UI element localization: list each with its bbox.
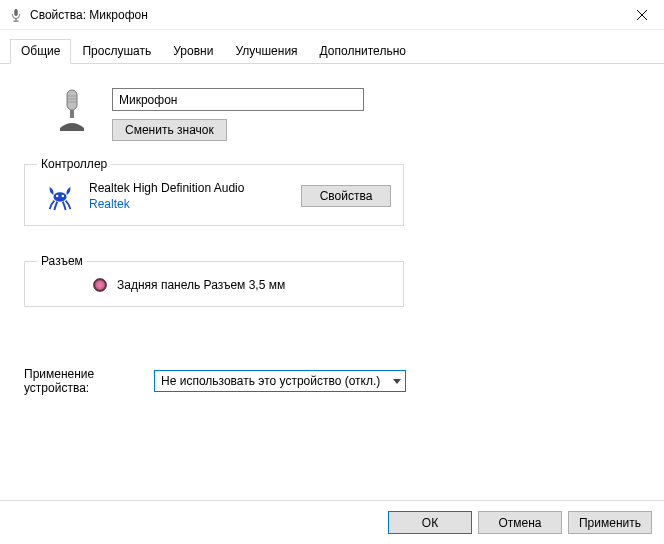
- cancel-button[interactable]: Отмена: [478, 511, 562, 534]
- window-title: Свойства: Микрофон: [30, 8, 148, 22]
- chevron-down-icon: [393, 379, 401, 384]
- close-button[interactable]: [619, 0, 664, 30]
- svg-point-8: [53, 192, 66, 201]
- change-icon-button[interactable]: Сменить значок: [112, 119, 227, 141]
- ok-button[interactable]: ОК: [388, 511, 472, 534]
- svg-rect-3: [67, 90, 77, 110]
- jack-group: Разъем Задняя панель Разъем 3,5 мм: [24, 254, 404, 307]
- tab-label: Общие: [21, 44, 60, 58]
- tab-content-general: Сменить значок Контроллер Realtek: [0, 64, 664, 405]
- svg-rect-0: [14, 8, 18, 15]
- microphone-icon: [8, 7, 24, 23]
- tab-enhancements[interactable]: Улучшения: [224, 39, 308, 64]
- device-usage-selected: Не использовать это устройство (откл.): [161, 374, 380, 388]
- tab-label: Улучшения: [235, 44, 297, 58]
- tab-listen[interactable]: Прослушать: [71, 39, 162, 64]
- jack-legend: Разъем: [37, 254, 87, 268]
- device-usage-select[interactable]: Не использовать это устройство (откл.): [154, 370, 406, 392]
- tab-advanced[interactable]: Дополнительно: [309, 39, 417, 64]
- controller-group: Контроллер Realtek High Definition Audio: [24, 157, 404, 226]
- tab-label: Уровни: [173, 44, 213, 58]
- close-icon: [637, 7, 647, 23]
- titlebar: Свойства: Микрофон: [0, 0, 664, 30]
- device-usage-label: Применение устройства:: [24, 367, 124, 395]
- jack-color-icon: [93, 278, 107, 292]
- realtek-crab-icon: [45, 181, 75, 211]
- device-usage-row: Применение устройства: Не использовать э…: [24, 367, 640, 395]
- apply-button[interactable]: Применить: [568, 511, 652, 534]
- dialog-footer: ОК Отмена Применить: [0, 500, 664, 544]
- tab-label: Прослушать: [82, 44, 151, 58]
- tab-general[interactable]: Общие: [10, 39, 71, 64]
- controller-name: Realtek High Definition Audio: [89, 181, 287, 195]
- tab-bar: Общие Прослушать Уровни Улучшения Дополн…: [0, 30, 664, 64]
- svg-point-9: [56, 195, 58, 197]
- device-name-input[interactable]: [112, 88, 364, 111]
- svg-point-10: [62, 195, 64, 197]
- svg-rect-7: [70, 110, 74, 118]
- jack-text: Задняя панель Разъем 3,5 мм: [117, 278, 285, 292]
- tab-levels[interactable]: Уровни: [162, 39, 224, 64]
- controller-vendor-link[interactable]: Realtek: [89, 197, 287, 211]
- device-microphone-icon: [54, 88, 90, 128]
- tab-label: Дополнительно: [320, 44, 406, 58]
- device-header: Сменить значок: [54, 88, 640, 141]
- controller-legend: Контроллер: [37, 157, 111, 171]
- controller-properties-button[interactable]: Свойства: [301, 185, 391, 207]
